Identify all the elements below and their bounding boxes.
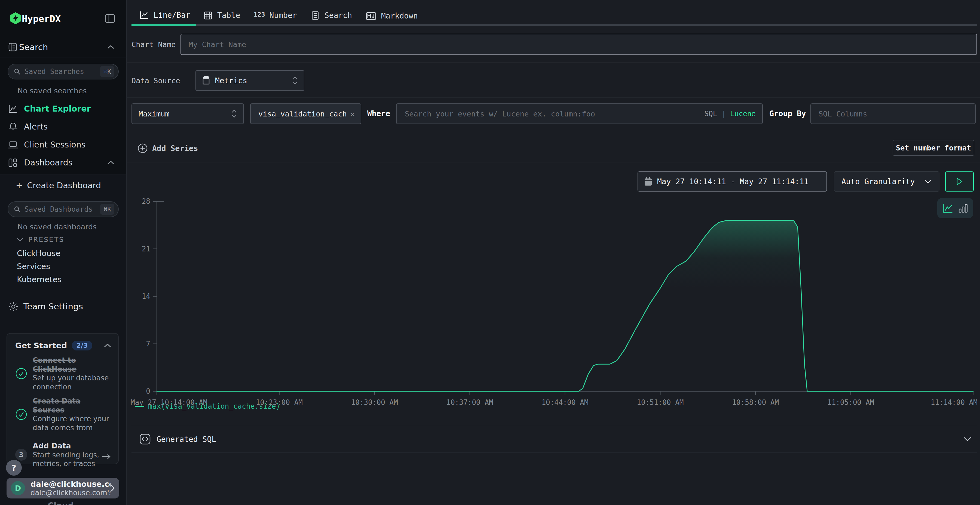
saved-searches-search[interactable]: ⌘K (8, 64, 119, 79)
aggregation-select[interactable]: Maximum (132, 103, 244, 124)
chevron-up-icon[interactable] (107, 45, 115, 49)
saved-dashboards-search[interactable]: ⌘K (8, 201, 119, 217)
saved-dashboards-input[interactable] (24, 205, 100, 214)
set-number-format-label: Set number format (896, 144, 971, 152)
markdown-icon (366, 12, 376, 20)
remove-metric-button[interactable]: ✕ (350, 110, 355, 118)
chart-legend[interactable]: max(visa_validation_cache.size) (135, 402, 280, 410)
step-desc: Configure where your data comes from (33, 414, 111, 432)
chevron-up-icon[interactable] (104, 344, 111, 348)
step-title: Connect to ClickHouse (33, 356, 111, 373)
get-started-header[interactable]: Get Started 2/3 (15, 341, 111, 351)
chart-name-input[interactable] (188, 40, 969, 49)
svg-text:10:30:00 AM: 10:30:00 AM (351, 399, 398, 407)
generated-sql-expander[interactable]: Generated SQL (132, 430, 977, 448)
list-document-icon (311, 11, 320, 20)
database-icon (202, 76, 210, 85)
arrow-right-icon (101, 453, 111, 460)
tab-markdown[interactable]: Markdown (366, 11, 418, 21)
app-title: HyperDX (22, 13, 61, 24)
step-desc: Set up your database connection (33, 373, 111, 391)
preset-item-kubernetes[interactable]: Kubernetes (17, 275, 62, 284)
tab-table[interactable]: Table (204, 11, 240, 20)
sidebar-divider (0, 174, 127, 175)
svg-text:10:44:00 AM: 10:44:00 AM (541, 399, 588, 407)
group-by-field[interactable] (810, 103, 976, 124)
user-menu[interactable]: D dale@clickhouse.com dale@clickhouse.co… (6, 478, 119, 499)
sidebar-item-alerts[interactable]: Alerts (24, 122, 48, 132)
query-language-toggle[interactable]: SQL | Lucene (704, 110, 756, 118)
get-started-step-1[interactable]: Connect to ClickHouse Set up your databa… (15, 356, 111, 391)
section-divider (132, 452, 977, 453)
tabbar-underline (196, 24, 977, 26)
table-icon (204, 11, 212, 20)
metric-chip[interactable]: visa_validation_cach ✕ (250, 103, 361, 124)
chart-name-field[interactable] (180, 34, 977, 55)
laptop-icon (8, 141, 18, 149)
tab-number[interactable]: 123 Number (254, 11, 297, 20)
search-icon (14, 68, 21, 75)
group-by-input[interactable] (818, 110, 968, 118)
sidebar-divider (0, 57, 127, 57)
no-saved-searches-text: No saved searches (18, 87, 87, 95)
chart-name-label: Chart Name (132, 40, 176, 49)
where-field[interactable]: SQL | Lucene (396, 103, 763, 124)
avatar-initial: D (15, 484, 21, 492)
aggregation-value: Maximum (138, 110, 231, 118)
date-range-value: May 27 10:14:11 - May 27 11:14:11 (657, 177, 808, 186)
date-range-picker[interactable]: May 27 10:14:11 - May 27 11:14:11 (638, 172, 827, 192)
chevron-up-icon[interactable] (107, 161, 115, 165)
data-source-select[interactable]: Metrics (196, 70, 304, 91)
tab-label: Markdown (381, 11, 418, 21)
lucene-option[interactable]: Lucene (730, 110, 756, 118)
tab-label: Number (269, 11, 297, 20)
run-query-button[interactable] (945, 172, 974, 192)
step-number-circle: 3 (15, 449, 27, 461)
create-dashboard-label: Create Dashboard (27, 181, 101, 190)
tab-search[interactable]: Search (311, 11, 352, 20)
active-tab-underline (132, 24, 196, 26)
preset-item-clickhouse[interactable]: ClickHouse (17, 249, 60, 258)
avatar: D (11, 481, 25, 495)
data-source-label: Data Source (132, 76, 180, 85)
preset-item-services[interactable]: Services (17, 262, 50, 271)
shortcut-badge: ⌘K (100, 204, 115, 215)
overflow-text: Cloud (48, 501, 74, 505)
step-title: Add Data (33, 441, 111, 451)
chevron-updown-icon (293, 76, 298, 85)
create-dashboard-button[interactable]: +Create Dashboard (16, 181, 101, 190)
presets-toggle[interactable]: PRESETS (17, 236, 64, 243)
sidebar-item-client-sessions[interactable]: Client Sessions (24, 140, 86, 149)
plus-circle-icon (137, 143, 148, 154)
granularity-select[interactable]: Auto Granularity (834, 172, 939, 192)
progress-badge: 2/3 (72, 341, 92, 351)
group-by-label: Group By (769, 109, 806, 118)
get-started-card: Get Started 2/3 Connect to ClickHouse Se… (6, 333, 119, 464)
where-input[interactable] (404, 110, 700, 118)
journal-icon (8, 43, 18, 52)
step-desc: Start sending logs, metrics, or traces (33, 451, 101, 468)
sidebar-item-dashboards[interactable]: Dashboards (24, 158, 72, 167)
chart-line-icon (8, 104, 18, 113)
get-started-title: Get Started (15, 341, 67, 350)
svg-text:7: 7 (146, 340, 150, 348)
get-started-step-3[interactable]: 3 Add Data Start sending logs, metrics, … (15, 441, 111, 468)
help-button[interactable]: ? (6, 460, 22, 476)
sidebar-item-team-settings[interactable]: Team Settings (24, 302, 83, 311)
saved-searches-input[interactable] (24, 67, 100, 76)
plus-icon: + (16, 181, 22, 190)
chevron-down-icon (963, 437, 972, 441)
add-series-button[interactable]: Add Series (137, 143, 198, 154)
chevron-updown-icon (231, 109, 237, 118)
sql-option[interactable]: SQL (704, 110, 717, 118)
section-divider (132, 426, 977, 426)
get-started-step-2[interactable]: Create Data Sources Configure where your… (15, 397, 111, 432)
check-circle-icon (15, 368, 27, 380)
add-series-label: Add Series (152, 144, 198, 153)
set-number-format-button[interactable]: Set number format (892, 140, 974, 156)
tab-label: Line/Bar (154, 11, 190, 20)
sidebar-item-chart-explorer[interactable]: Chart Explorer (24, 104, 91, 113)
sidebar-section-search[interactable]: Search (19, 42, 48, 52)
tab-line-bar[interactable]: Line/Bar (139, 10, 190, 20)
collapse-sidebar-button[interactable] (105, 13, 115, 24)
